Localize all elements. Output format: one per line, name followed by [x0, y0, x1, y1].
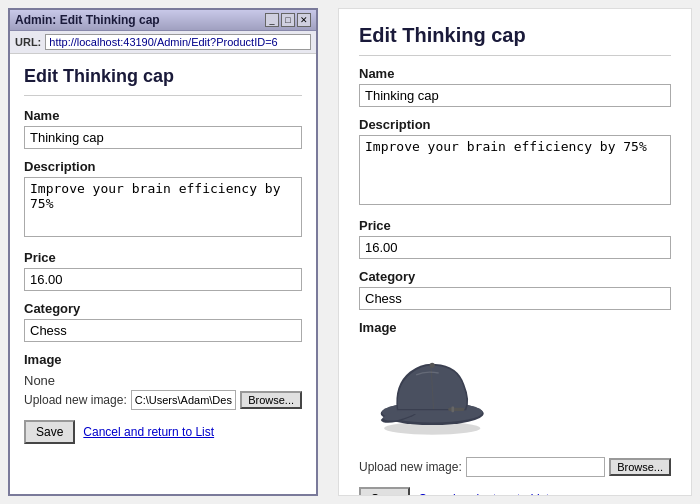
left-action-row: Save Cancel and return to List	[24, 420, 302, 444]
right-price-group: Price	[359, 218, 671, 259]
right-browse-button[interactable]: Browse...	[609, 458, 671, 476]
left-name-group: Name	[24, 108, 302, 149]
browser-urlbar: URL:	[10, 31, 316, 54]
right-price-label: Price	[359, 218, 671, 233]
right-name-input[interactable]	[359, 84, 671, 107]
browser-content: Edit Thinking cap Name Description Impro…	[10, 54, 316, 494]
product-image	[364, 346, 494, 436]
left-name-input[interactable]	[24, 126, 302, 149]
left-category-input[interactable]	[24, 319, 302, 342]
left-browse-button[interactable]: Browse...	[240, 391, 302, 409]
browser-window: Admin: Edit Thinking cap _ □ ✕ URL: Edit…	[8, 8, 318, 496]
right-panel: Edit Thinking cap Name Description Impro…	[338, 8, 692, 496]
right-category-group: Category	[359, 269, 671, 310]
close-button[interactable]: ✕	[297, 13, 311, 27]
left-upload-label: Upload new image:	[24, 393, 127, 407]
left-price-group: Price	[24, 250, 302, 291]
url-label: URL:	[15, 36, 41, 48]
right-name-label: Name	[359, 66, 671, 81]
right-action-row: Save Cancel and return to List	[359, 487, 671, 496]
right-image-group: Image	[359, 320, 671, 447]
right-image-label: Image	[359, 320, 671, 335]
left-description-label: Description	[24, 159, 302, 174]
left-category-label: Category	[24, 301, 302, 316]
left-image-current: None	[24, 373, 302, 388]
left-save-button[interactable]: Save	[24, 420, 75, 444]
left-upload-input[interactable]	[131, 390, 236, 410]
right-price-input[interactable]	[359, 236, 671, 259]
right-upload-row: Upload new image: Browse...	[359, 457, 671, 477]
right-upload-input[interactable]	[466, 457, 605, 477]
left-category-group: Category	[24, 301, 302, 342]
right-page-title: Edit Thinking cap	[359, 24, 671, 56]
left-cancel-link[interactable]: Cancel and return to List	[83, 425, 214, 439]
left-image-group: Image None Upload new image: Browse...	[24, 352, 302, 410]
minimize-button[interactable]: _	[265, 13, 279, 27]
left-name-label: Name	[24, 108, 302, 123]
left-price-label: Price	[24, 250, 302, 265]
browser-titlebar: Admin: Edit Thinking cap _ □ ✕	[10, 10, 316, 31]
left-price-input[interactable]	[24, 268, 302, 291]
right-save-button[interactable]: Save	[359, 487, 410, 496]
svg-rect-5	[452, 406, 455, 412]
url-input[interactable]	[45, 34, 311, 50]
browser-title: Admin: Edit Thinking cap	[15, 13, 160, 27]
svg-rect-4	[448, 408, 464, 411]
left-page-title: Edit Thinking cap	[24, 66, 302, 96]
left-image-label: Image	[24, 352, 302, 367]
left-upload-row: Upload new image: Browse...	[24, 390, 302, 410]
svg-point-3	[430, 363, 435, 368]
right-category-label: Category	[359, 269, 671, 284]
right-category-input[interactable]	[359, 287, 671, 310]
browser-controls: _ □ ✕	[265, 13, 311, 27]
right-description-label: Description	[359, 117, 671, 132]
left-description-textarea[interactable]: Improve your brain efficiency by 75%	[24, 177, 302, 237]
right-description-group: Description Improve your brain efficienc…	[359, 117, 671, 208]
right-cancel-link[interactable]: Cancel and return to List	[418, 492, 549, 496]
right-description-textarea[interactable]: Improve your brain efficiency by 75%	[359, 135, 671, 205]
right-upload-label: Upload new image:	[359, 460, 462, 474]
maximize-button[interactable]: □	[281, 13, 295, 27]
left-description-group: Description Improve your brain efficienc…	[24, 159, 302, 240]
right-name-group: Name	[359, 66, 671, 107]
